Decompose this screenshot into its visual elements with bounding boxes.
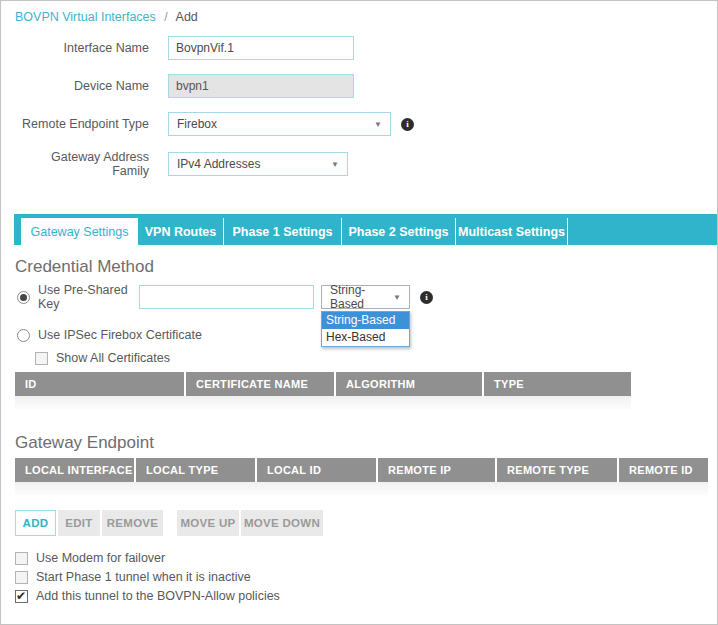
tab-phase-1-settings[interactable]: Phase 1 Settings: [224, 218, 342, 245]
cert-col-type: TYPE: [482, 372, 631, 396]
credential-method-heading: Credential Method: [15, 257, 717, 277]
remote-endpoint-type-row: Remote Endpoint Type Firebox ▼ i: [1, 112, 717, 136]
use-psk-label: Use Pre-Shared Key: [38, 283, 139, 311]
remote-endpoint-type-select[interactable]: Firebox ▼: [168, 112, 391, 136]
option-row-modem-failover: Use Modem for failover: [15, 551, 717, 565]
use-psk-row: Use Pre-Shared Key String-Based ▼ String…: [17, 283, 717, 311]
interface-name-input[interactable]: [168, 36, 354, 60]
show-all-certificates-label: Show All Certificates: [56, 351, 170, 365]
use-psk-option: Use Pre-Shared Key: [17, 283, 139, 311]
tab-phase-2-settings[interactable]: Phase 2 Settings: [342, 218, 456, 245]
remote-endpoint-type-value: Firebox: [177, 117, 217, 131]
certificate-table-header: ID CERTIFICATE NAME ALGORITHM TYPE: [15, 372, 717, 396]
device-name-row: Device Name: [1, 74, 717, 98]
breadcrumb-separator: /: [159, 10, 172, 24]
device-name-label: Device Name: [15, 79, 149, 93]
show-all-certificates-row: Show All Certificates: [35, 351, 717, 365]
start-phase1-tunnel-label: Start Phase 1 tunnel when it is inactive: [36, 570, 251, 584]
ge-col-local-id: LOCAL ID: [255, 458, 376, 482]
edit-button[interactable]: EDIT: [58, 510, 100, 536]
gateway-address-family-select[interactable]: IPv4 Addresses ▼: [168, 152, 348, 176]
tabbar-spacer: [14, 218, 21, 245]
use-modem-failover-label: Use Modem for failover: [36, 551, 165, 565]
use-certificate-radio[interactable]: [17, 329, 30, 342]
top-form: Interface Name Device Name Remote Endpoi…: [1, 36, 717, 178]
option-row-bovpn-allow: Add this tunnel to the BOVPN-Allow polic…: [15, 589, 717, 603]
ge-col-local-type: LOCAL TYPE: [134, 458, 255, 482]
tab-gateway-settings[interactable]: Gateway Settings: [21, 218, 138, 245]
ge-col-remote-id: REMOTE ID: [617, 458, 708, 482]
move-up-button[interactable]: MOVE UP: [177, 510, 239, 536]
psk-type-select[interactable]: String-Based ▼: [321, 285, 410, 309]
interface-name-label: Interface Name: [15, 41, 149, 55]
gateway-endpoint-table-header: LOCAL INTERFACE LOCAL TYPE LOCAL ID REMO…: [15, 458, 717, 482]
tab-vpn-routes[interactable]: VPN Routes: [138, 218, 224, 245]
ge-col-remote-ip: REMOTE IP: [376, 458, 495, 482]
interface-name-row: Interface Name: [1, 36, 717, 60]
move-down-button[interactable]: MOVE DOWN: [241, 510, 323, 536]
device-name-input: [168, 74, 354, 98]
ge-col-local-interface: LOCAL INTERFACE: [15, 458, 134, 482]
gateway-address-family-row: Gateway Address Family IPv4 Addresses ▼: [1, 150, 717, 178]
gateway-address-family-label: Gateway Address Family: [15, 150, 149, 178]
remote-endpoint-type-label: Remote Endpoint Type: [15, 117, 149, 131]
gateway-endpoint-heading: Gateway Endpoint: [15, 433, 717, 453]
use-psk-radio[interactable]: [17, 291, 30, 304]
bovpn-add-page: BOVPN Virtual Interfaces / Add Interface…: [0, 0, 718, 625]
breadcrumb: BOVPN Virtual Interfaces / Add: [1, 1, 717, 24]
chevron-down-icon: ▼: [374, 120, 382, 129]
use-modem-failover-checkbox[interactable]: [15, 552, 28, 565]
tunnel-options: Use Modem for failover Start Phase 1 tun…: [15, 551, 717, 603]
chevron-down-icon: ▼: [393, 293, 401, 302]
dropdown-option-hex-based[interactable]: Hex-Based: [322, 329, 409, 346]
start-phase1-tunnel-checkbox[interactable]: [15, 571, 28, 584]
gateway-endpoint-table-empty-body: [15, 482, 708, 495]
gateway-endpoint-buttons: ADD EDIT REMOVE MOVE UP MOVE DOWN: [15, 510, 717, 536]
certificate-table-empty-body: [15, 396, 631, 409]
use-certificate-label: Use IPSec Firebox Certificate: [38, 328, 202, 342]
settings-tabbar: Gateway Settings VPN Routes Phase 1 Sett…: [14, 214, 717, 245]
info-icon[interactable]: i: [401, 118, 414, 131]
dropdown-option-string-based[interactable]: String-Based: [322, 312, 409, 329]
psk-type-value: String-Based: [330, 283, 385, 311]
breadcrumb-link-bovpn-virtual-interfaces[interactable]: BOVPN Virtual Interfaces: [15, 10, 156, 24]
info-icon[interactable]: i: [420, 291, 433, 304]
ge-col-remote-type: REMOTE TYPE: [495, 458, 617, 482]
option-row-start-phase1: Start Phase 1 tunnel when it is inactive: [15, 570, 717, 584]
psk-type-dropdown-list: String-Based Hex-Based: [321, 311, 410, 347]
show-all-certificates-checkbox[interactable]: [35, 352, 48, 365]
remove-button[interactable]: REMOVE: [102, 510, 163, 536]
chevron-down-icon: ▼: [331, 160, 339, 169]
tabbar-filler: [568, 218, 717, 245]
add-to-bovpn-allow-checkbox[interactable]: [15, 590, 28, 603]
breadcrumb-current-add: Add: [176, 10, 198, 24]
cert-col-id: ID: [15, 372, 184, 396]
tab-multicast-settings[interactable]: Multicast Settings: [456, 218, 568, 245]
cert-col-certificate-name: CERTIFICATE NAME: [184, 372, 334, 396]
gateway-address-family-value: IPv4 Addresses: [177, 157, 260, 171]
psk-type-select-wrap: String-Based ▼ String-Based Hex-Based: [321, 285, 410, 309]
add-button[interactable]: ADD: [15, 510, 56, 536]
add-to-bovpn-allow-label: Add this tunnel to the BOVPN-Allow polic…: [36, 589, 280, 603]
pre-shared-key-input[interactable]: [139, 285, 314, 309]
cert-col-algorithm: ALGORITHM: [334, 372, 482, 396]
